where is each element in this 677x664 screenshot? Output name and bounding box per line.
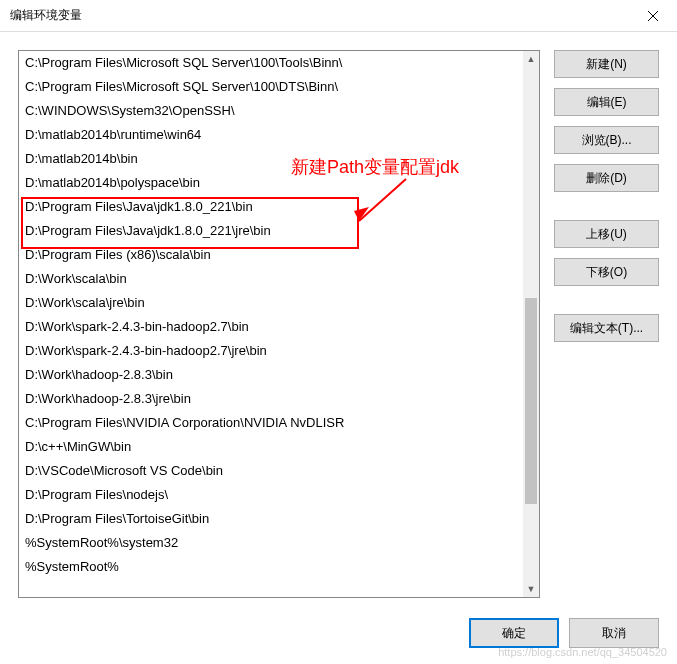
ok-button[interactable]: 确定 — [469, 618, 559, 648]
new-button[interactable]: 新建(N) — [554, 50, 659, 78]
list-item[interactable]: D:\Work\spark-2.4.3-bin-hadoop2.7\jre\bi… — [19, 339, 523, 363]
list-item[interactable]: C:\Program Files\Microsoft SQL Server\10… — [19, 51, 523, 75]
path-listbox[interactable]: C:\Program Files\Microsoft SQL Server\10… — [19, 51, 523, 597]
list-item[interactable]: C:\Program Files\Microsoft SQL Server\10… — [19, 75, 523, 99]
list-item[interactable]: D:\Work\hadoop-2.8.3\jre\bin — [19, 387, 523, 411]
close-icon — [648, 11, 658, 21]
side-buttons: 新建(N) 编辑(E) 浏览(B)... 删除(D) 上移(U) 下移(O) 编… — [554, 50, 659, 598]
list-item[interactable]: D:\matlab2014b\runtime\win64 — [19, 123, 523, 147]
dialog-footer: 确定 取消 — [18, 598, 659, 648]
list-item[interactable]: D:\Program Files\Java\jdk1.8.0_221\bin — [19, 195, 523, 219]
list-item[interactable]: D:\Work\hadoop-2.8.3\bin — [19, 363, 523, 387]
edittext-button[interactable]: 编辑文本(T)... — [554, 314, 659, 342]
list-item[interactable]: D:\Program Files\TortoiseGit\bin — [19, 507, 523, 531]
list-item[interactable]: D:\Work\scala\jre\bin — [19, 291, 523, 315]
scroll-thumb[interactable] — [525, 298, 537, 504]
delete-button[interactable]: 删除(D) — [554, 164, 659, 192]
scroll-up-arrow[interactable]: ▲ — [523, 51, 539, 67]
browse-button[interactable]: 浏览(B)... — [554, 126, 659, 154]
moveup-button[interactable]: 上移(U) — [554, 220, 659, 248]
list-item[interactable]: D:\matlab2014b\polyspace\bin — [19, 171, 523, 195]
main-row: C:\Program Files\Microsoft SQL Server\10… — [18, 50, 659, 598]
list-item[interactable]: D:\Work\scala\bin — [19, 267, 523, 291]
list-item[interactable]: %SystemRoot% — [19, 555, 523, 579]
vertical-scrollbar[interactable]: ▲ ▼ — [523, 51, 539, 597]
titlebar: 编辑环境变量 — [0, 0, 677, 32]
list-item[interactable]: D:\Work\spark-2.4.3-bin-hadoop2.7\bin — [19, 315, 523, 339]
list-item[interactable]: D:\Program Files\nodejs\ — [19, 483, 523, 507]
list-item[interactable]: D:\Program Files (x86)\scala\bin — [19, 243, 523, 267]
list-item[interactable]: C:\WINDOWS\System32\OpenSSH\ — [19, 99, 523, 123]
list-item[interactable]: D:\matlab2014b\bin — [19, 147, 523, 171]
cancel-button[interactable]: 取消 — [569, 618, 659, 648]
edit-button[interactable]: 编辑(E) — [554, 88, 659, 116]
list-item[interactable]: C:\Program Files\NVIDIA Corporation\NVID… — [19, 411, 523, 435]
path-list-container: C:\Program Files\Microsoft SQL Server\10… — [18, 50, 540, 598]
list-item[interactable]: D:\Program Files\Java\jdk1.8.0_221\jre\b… — [19, 219, 523, 243]
scroll-down-arrow[interactable]: ▼ — [523, 581, 539, 597]
dialog-content: C:\Program Files\Microsoft SQL Server\10… — [0, 32, 677, 664]
close-button[interactable] — [631, 1, 675, 31]
window-title: 编辑环境变量 — [10, 7, 631, 24]
list-item[interactable]: D:\c++\MinGW\bin — [19, 435, 523, 459]
list-item[interactable]: %SystemRoot%\system32 — [19, 531, 523, 555]
movedown-button[interactable]: 下移(O) — [554, 258, 659, 286]
list-item[interactable]: D:\VSCode\Microsoft VS Code\bin — [19, 459, 523, 483]
scroll-track[interactable] — [523, 67, 539, 581]
